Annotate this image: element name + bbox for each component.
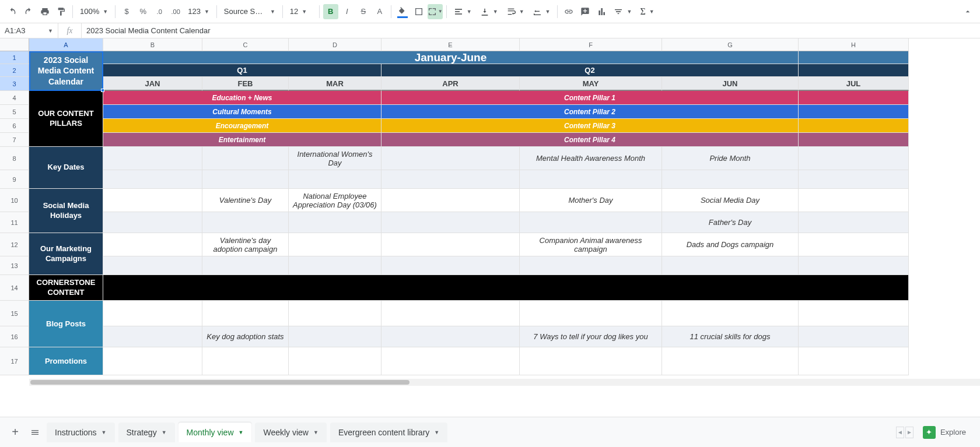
month-jan[interactable]: JAN [103, 77, 202, 91]
h-align-button[interactable]: ▼ [450, 4, 475, 19]
pillar-cell[interactable]: Encouragement [103, 119, 382, 133]
cell[interactable] [289, 212, 382, 233]
cell[interactable] [799, 170, 909, 189]
cell[interactable] [662, 170, 799, 189]
cell[interactable]: Father's Day [662, 212, 799, 233]
cell[interactable] [202, 301, 289, 326]
cell[interactable] [103, 212, 202, 233]
title-cell[interactable]: 2023 Social Media Content Calendar [29, 51, 103, 91]
cell[interactable]: Pride Month [662, 147, 799, 170]
cell[interactable] [520, 347, 662, 375]
bold-button[interactable]: B [323, 4, 338, 19]
cell[interactable] [382, 301, 520, 326]
cell[interactable] [662, 347, 799, 375]
cell[interactable] [799, 51, 909, 64]
row-header-14[interactable]: 14 [0, 275, 29, 301]
cell[interactable] [799, 119, 909, 133]
row-header-11[interactable]: 11 [0, 212, 29, 233]
insert-comment-button[interactable] [578, 4, 593, 19]
col-header-e[interactable]: E [382, 38, 520, 51]
cell[interactable]: 7 Ways to tell if your dog likes you [520, 326, 662, 347]
borders-button[interactable] [411, 4, 426, 19]
text-wrap-button[interactable]: ▼ [503, 4, 528, 19]
number-format-select[interactable]: 123▼ [184, 4, 213, 19]
col-header-d[interactable]: D [289, 38, 382, 51]
cell[interactable] [382, 347, 520, 375]
row-header-7[interactable]: 7 [0, 133, 29, 147]
cell[interactable] [103, 170, 202, 189]
cell[interactable] [103, 326, 202, 347]
collapse-toolbar-button[interactable] [960, 4, 975, 19]
cell[interactable] [103, 275, 909, 301]
print-button[interactable] [37, 4, 52, 19]
cell[interactable] [289, 233, 382, 256]
cell[interactable] [799, 347, 909, 375]
strikethrough-button[interactable]: S [356, 4, 371, 19]
spreadsheet-grid[interactable]: A B C D E F G H 1 2023 Social Media Cont… [0, 38, 980, 386]
merge-cells-button[interactable]: ▼ [428, 4, 443, 19]
cell[interactable]: National Employee Appreciation Day (03/0… [289, 189, 382, 212]
sheet-tab-instructions[interactable]: Instructions▼ [47, 423, 115, 442]
row-header-12[interactable]: 12 [0, 233, 29, 256]
font-select[interactable]: Source San...▼ [220, 4, 279, 19]
cell[interactable] [799, 212, 909, 233]
cell[interactable] [202, 256, 289, 275]
month-may[interactable]: MAY [520, 77, 662, 91]
cell[interactable] [382, 233, 520, 256]
row-header-6[interactable]: 6 [0, 119, 29, 133]
cell[interactable]: International Women's Day [289, 147, 382, 170]
percent-button[interactable]: % [135, 4, 150, 19]
formula-input[interactable]: 2023 Social Media Content Calendar [82, 23, 980, 38]
cell[interactable] [799, 91, 909, 105]
cell[interactable] [799, 133, 909, 147]
cell[interactable]: 11 crucial skills for dogs [662, 326, 799, 347]
month-jul[interactable]: JUL [799, 77, 909, 91]
cell[interactable] [289, 326, 382, 347]
col-header-h[interactable]: H [799, 38, 909, 51]
cell[interactable] [799, 233, 909, 256]
text-rotation-button[interactable]: ▼ [529, 4, 554, 19]
col-header-f[interactable]: F [520, 38, 662, 51]
col-header-g[interactable]: G [662, 38, 799, 51]
row-header-17[interactable]: 17 [0, 347, 29, 375]
cornerstone-header[interactable]: CORNERSTONE CONTENT [29, 275, 103, 301]
fill-color-button[interactable] [395, 4, 410, 19]
cell[interactable]: Mother's Day [520, 189, 662, 212]
cell[interactable] [662, 256, 799, 275]
functions-button[interactable]: Σ▼ [636, 4, 657, 19]
month-apr[interactable]: APR [382, 77, 520, 91]
row-header-3[interactable]: 3 [0, 77, 29, 91]
italic-button[interactable]: I [340, 4, 355, 19]
month-feb[interactable]: FEB [202, 77, 289, 91]
pillar-cell[interactable]: Content Pillar 4 [382, 133, 799, 147]
cell[interactable] [382, 326, 520, 347]
key-dates-header[interactable]: Key Dates [29, 147, 103, 189]
cell[interactable] [289, 347, 382, 375]
cell[interactable] [103, 256, 202, 275]
col-header-a[interactable]: A [29, 38, 103, 51]
cell[interactable] [799, 105, 909, 119]
row-header-2[interactable]: 2 [0, 64, 29, 77]
paint-format-button[interactable] [54, 4, 69, 19]
row-header-8[interactable]: 8 [0, 147, 29, 170]
decrease-decimal-button[interactable]: .0 [152, 4, 167, 19]
cell[interactable] [662, 301, 799, 326]
cell[interactable] [799, 326, 909, 347]
cell[interactable] [103, 347, 202, 375]
cell[interactable] [382, 212, 520, 233]
cell[interactable] [103, 301, 202, 326]
undo-button[interactable] [5, 4, 20, 19]
cell[interactable] [103, 233, 202, 256]
social-holidays-header[interactable]: Social Media Holidays [29, 189, 103, 233]
cell[interactable] [520, 170, 662, 189]
cell[interactable]: Mental Health Awareness Month [520, 147, 662, 170]
redo-button[interactable] [21, 4, 36, 19]
text-color-button[interactable]: A [372, 4, 387, 19]
pillar-cell[interactable]: Education + News [103, 91, 382, 105]
cell[interactable] [382, 170, 520, 189]
selection-handle[interactable] [101, 89, 104, 92]
period-cell[interactable]: January-June [103, 51, 799, 64]
row-header-9[interactable]: 9 [0, 170, 29, 189]
cell[interactable] [202, 212, 289, 233]
row-header-5[interactable]: 5 [0, 105, 29, 119]
